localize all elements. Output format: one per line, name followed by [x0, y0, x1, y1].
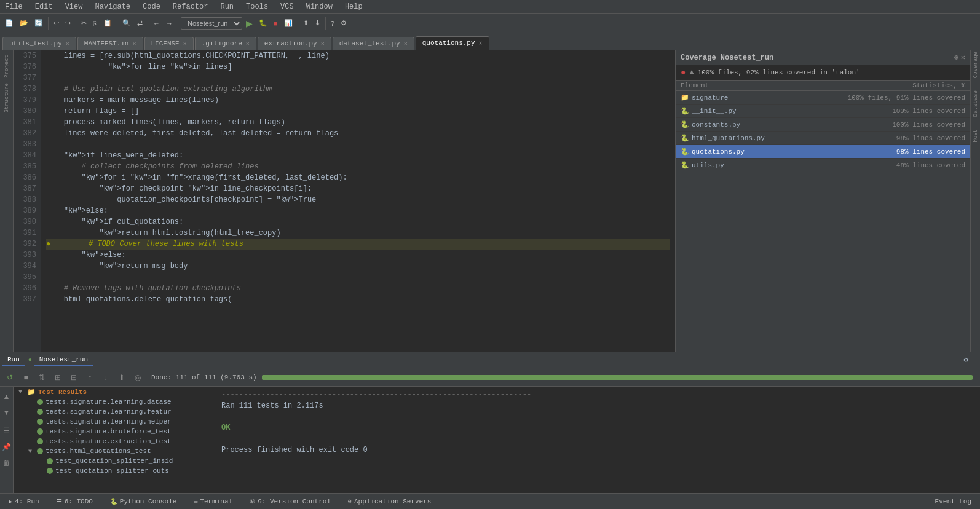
collapse-all-button[interactable]: ⊟	[66, 370, 81, 385]
tab-license[interactable]: LICENSE✕	[144, 37, 194, 50]
test-tree-item[interactable]: test_quotation_splitter_insid	[14, 456, 216, 466]
code-line-396: # Remove tags with quotation checkpoints	[46, 283, 670, 294]
test-tree-item[interactable]: tests.signature.learning.datase	[14, 397, 216, 407]
vcs-update[interactable]: ⬆	[301, 18, 311, 28]
coverage-row-html-quotations-py[interactable]: 🐍 html_quotations.py 98% lines covered	[676, 132, 970, 145]
coverage-row-utils-py[interactable]: 🐍 utils.py 48% lines covered	[676, 159, 970, 172]
coverage-row---init---py[interactable]: 🐍 __init__.py 100% lines covered	[676, 105, 970, 118]
close-dataset-test[interactable]: ✕	[404, 40, 408, 47]
structure-icon[interactable]: Structure	[2, 81, 12, 115]
test-tree-item[interactable]: tests.signature.learning.featur	[14, 407, 216, 417]
toolbar-paste[interactable]: 📋	[101, 18, 114, 28]
rerun-button[interactable]: ↺	[2, 370, 17, 385]
close-utils-test[interactable]: ✕	[66, 40, 69, 47]
output-panel: ----------------------------------------…	[216, 387, 980, 493]
close-manifest[interactable]: ✕	[132, 40, 136, 47]
vcs-commit[interactable]: ⬇	[312, 18, 323, 28]
status-python-console[interactable]: 🐍 Python Console	[106, 497, 180, 507]
py-file-icon: 🐍	[681, 107, 689, 115]
tab-manifest[interactable]: MANIFEST.in✕	[77, 37, 143, 50]
bottom-tab-nosetest[interactable]: Nosetest_run	[34, 354, 93, 366]
menu-navigate[interactable]: Navigate	[92, 1, 133, 12]
menu-code[interactable]: Code	[140, 1, 163, 12]
expand-all-button[interactable]: ⊞	[50, 370, 65, 385]
sort-button[interactable]: ⇅	[34, 370, 49, 385]
menu-file[interactable]: File	[2, 1, 25, 12]
run-indicator: ●	[28, 357, 32, 363]
stop-button[interactable]: ■	[271, 18, 280, 28]
code-content[interactable]: lines = [re.sub(html_quotations.CHECKPOI…	[41, 50, 675, 352]
code-line-383	[46, 139, 670, 150]
status-vcs[interactable]: ⑨ 9: Version Control	[246, 497, 334, 507]
close-quotations[interactable]: ✕	[479, 39, 483, 47]
menu-refactor[interactable]: Refactor	[170, 1, 211, 12]
toolbar-back[interactable]: ←	[151, 18, 162, 28]
next-fail-button[interactable]: ↓	[98, 370, 113, 385]
status-app-servers[interactable]: ⚙ Application Servers	[344, 497, 435, 507]
status-todo[interactable]: ☰ 6: TODO	[53, 497, 97, 507]
close-gitignore[interactable]: ✕	[246, 40, 250, 47]
tab-dataset-test[interactable]: dataset_test.py✕	[333, 37, 414, 50]
test-tree-item[interactable]: tests.signature.learning.helper	[14, 417, 216, 427]
pin-btn[interactable]: 📌	[0, 440, 14, 454]
project-icon[interactable]: Project	[2, 53, 12, 80]
tab-extraction[interactable]: extraction.py✕	[258, 37, 331, 50]
close-extraction[interactable]: ✕	[321, 40, 325, 47]
status-run[interactable]: ▶ 4: Run	[5, 497, 43, 507]
coverage-error-icon: ●	[681, 68, 686, 77]
scroll-down[interactable]: ▼	[0, 405, 14, 420]
toolbar-forward[interactable]: →	[164, 18, 175, 28]
tab-gitignore[interactable]: .gitignore✕	[195, 37, 256, 50]
menu-run[interactable]: Run	[218, 1, 236, 12]
toolbar-find[interactable]: 🔍	[120, 18, 133, 28]
test-tree-item[interactable]: ▼ 📁 Test Results	[14, 387, 216, 397]
trash-btn[interactable]: 🗑	[0, 456, 14, 470]
bottom-minimize[interactable]: _	[973, 356, 978, 365]
export-button[interactable]: ⬆	[114, 370, 129, 385]
bottom-settings[interactable]: ⚙	[964, 355, 968, 365]
close-license[interactable]: ✕	[183, 40, 187, 47]
run-config-dropdown[interactable]: Nosetest_run	[181, 17, 242, 30]
menu-vcs[interactable]: VCS	[278, 1, 296, 12]
toolbar-sync[interactable]: 🔄	[32, 18, 45, 28]
scroll-up[interactable]: ▲	[0, 389, 14, 404]
test-tree-item[interactable]: tests.signature.extraction_test	[14, 436, 216, 446]
menu-window[interactable]: Window	[304, 1, 335, 12]
prev-fail-button[interactable]: ↑	[82, 370, 97, 385]
right-tab-host[interactable]: Host	[973, 129, 979, 143]
toolbar-help[interactable]: ?	[328, 18, 337, 28]
menu-view[interactable]: View	[63, 1, 85, 12]
coverage-button[interactable]: 📊	[282, 18, 295, 28]
bottom-tab-run[interactable]: Run	[2, 354, 25, 366]
toolbar-redo[interactable]: ↪	[63, 18, 73, 28]
toolbar-replace[interactable]: ⇄	[135, 18, 145, 28]
coverage-row-constants-py[interactable]: 🐍 constants.py 100% lines covered	[676, 118, 970, 132]
coverage-close[interactable]: ✕	[961, 53, 965, 62]
toolbar-undo[interactable]: ↩	[51, 18, 61, 28]
track-button[interactable]: ◎	[130, 370, 145, 385]
tab-utils-test[interactable]: utils_test.py✕	[2, 37, 76, 50]
debug-button[interactable]: 🐛	[256, 18, 270, 28]
toolbar-cut[interactable]: ✂	[79, 18, 89, 28]
menu-help[interactable]: Help	[342, 1, 365, 12]
test-tree-item[interactable]: ▼ tests.html_quotations_test	[14, 446, 216, 456]
status-event-log[interactable]: Event Log	[931, 497, 975, 507]
menu-tools[interactable]: Tools	[243, 1, 271, 12]
coverage-row-quotations-py[interactable]: 🐍 quotations.py 98% lines covered	[676, 145, 970, 159]
right-tab-coverage[interactable]: Coverage	[973, 52, 979, 78]
toolbar-settings[interactable]: ⚙	[338, 18, 349, 28]
coverage-row-signature[interactable]: 📁 signature 100% files, 91% lines covere…	[676, 91, 970, 105]
filter-btn[interactable]: ☰	[0, 424, 14, 438]
stop-tests-button[interactable]: ■	[18, 370, 33, 385]
toolbar-copy[interactable]: ⎘	[90, 18, 100, 28]
tab-quotations[interactable]: quotations.py✕	[416, 36, 489, 50]
toolbar-new[interactable]: 📄	[2, 18, 16, 28]
run-button[interactable]: ▶	[243, 17, 255, 30]
toolbar-open[interactable]: 📂	[17, 18, 31, 28]
test-tree-item[interactable]: tests.signature.bruteforce_test	[14, 427, 216, 436]
menu-edit[interactable]: Edit	[33, 1, 55, 12]
right-tab-database[interactable]: Database	[973, 90, 979, 117]
test-tree-item[interactable]: test_quotation_splitter_outs	[14, 466, 216, 476]
coverage-settings[interactable]: ⚙	[954, 53, 958, 62]
status-terminal[interactable]: ▭ Terminal	[190, 497, 236, 507]
